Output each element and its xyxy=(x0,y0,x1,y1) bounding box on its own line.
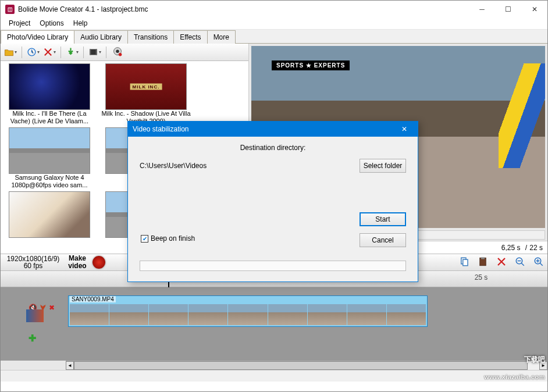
checkbox-icon: ✔ xyxy=(141,235,148,243)
add-track-button[interactable]: ✚ xyxy=(29,333,36,344)
window-title: Bolide Movie Creator 4.1 - lastproject.b… xyxy=(18,5,148,13)
video-track: 🔇 ⮟ ✖ SANY0009.MP4 xyxy=(1,291,547,325)
dialog-titlebar[interactable]: Video stabilization ✕ xyxy=(128,122,418,137)
minimize-button[interactable]: ─ xyxy=(469,1,495,18)
svg-rect-8 xyxy=(463,259,468,266)
library-item[interactable]: Milk Inc. - Shadow (Live At Villa Vanthi… xyxy=(99,63,193,126)
timeline-clip[interactable]: SANY0009.MP4 xyxy=(68,295,428,327)
zoom-out-button[interactable] xyxy=(515,256,525,269)
project-resolution: 1920x1080(16/9) 60 fps xyxy=(4,255,62,269)
beep-checkbox[interactable]: ✔ Beep on finish xyxy=(141,234,195,243)
menu-help[interactable]: Help xyxy=(69,18,92,29)
library-tabs: Photo/Video Library Audio Library Transi… xyxy=(1,30,547,44)
delete-button[interactable] xyxy=(43,46,56,59)
zoom-in-button[interactable] xyxy=(533,256,544,269)
cancel-button[interactable]: Cancel xyxy=(360,233,406,247)
progress-bar xyxy=(140,261,406,271)
start-button[interactable]: Start xyxy=(360,212,406,226)
download-button[interactable] xyxy=(66,46,79,59)
current-time: 6,25 s xyxy=(501,244,521,252)
video-stabilization-dialog: Video stabilization ✕ Destination direct… xyxy=(127,121,418,282)
svg-rect-2 xyxy=(90,49,91,55)
select-folder-button[interactable]: Select folder xyxy=(360,159,406,173)
tab-effects[interactable]: Effects xyxy=(173,30,207,44)
make-video-button[interactable]: Make video xyxy=(62,255,92,270)
total-time: 22 s xyxy=(529,244,543,252)
separator xyxy=(22,47,22,58)
clip-frames xyxy=(70,304,426,325)
maximize-button[interactable]: ☐ xyxy=(495,1,521,18)
paste-button[interactable] xyxy=(478,256,488,269)
window-titlebar: ◫ Bolide Movie Creator 4.1 - lastproject… xyxy=(1,1,547,18)
film-button[interactable] xyxy=(88,46,101,59)
thumbnail-image xyxy=(9,63,90,110)
separator xyxy=(106,47,106,58)
tab-transitions[interactable]: Transitions xyxy=(127,30,174,44)
status-bar xyxy=(1,370,547,382)
window-controls: ─ ☐ ✕ xyxy=(469,1,547,18)
watermark: 下载吧 www.xiazaiba.com xyxy=(484,346,545,386)
library-toolbar xyxy=(1,44,248,61)
app-icon: ◫ xyxy=(5,5,15,14)
separator xyxy=(83,47,84,58)
svg-point-6 xyxy=(119,52,122,56)
dialog-close-button[interactable]: ✕ xyxy=(396,125,413,133)
add-track-row: ✚ xyxy=(1,332,547,344)
scroll-left-button[interactable]: ◄ xyxy=(66,361,74,370)
menu-options[interactable]: Options xyxy=(35,18,68,29)
tab-audio[interactable]: Audio Library xyxy=(74,30,128,44)
thumbnail-caption: Milk Inc. - I'll Be There (La Vache) (Li… xyxy=(3,110,96,126)
svg-rect-3 xyxy=(96,49,97,55)
destination-label: Destination directory: xyxy=(140,144,406,152)
track-type-icon xyxy=(26,309,44,322)
delete-timeline-button[interactable] xyxy=(496,256,507,269)
timeline-tools xyxy=(459,256,544,269)
menu-bar: Project Options Help xyxy=(1,18,547,30)
svg-point-5 xyxy=(116,49,119,53)
close-button[interactable]: ✕ xyxy=(521,1,547,18)
library-item[interactable]: Milk Inc. - I'll Be There (La Vache) (Li… xyxy=(3,63,96,126)
svg-rect-10 xyxy=(481,257,485,259)
timeline: 5 s 10 s 15 s 20 s 25 s 🔇 ⮟ ✖ SANY0009.M… xyxy=(1,271,547,370)
add-media-button[interactable] xyxy=(4,46,17,59)
remove-track-icon[interactable]: ✖ xyxy=(49,304,55,312)
library-item[interactable]: Samsung Galaxy Note 4 1080p@60fps video … xyxy=(3,127,96,190)
timeline-scrollbar[interactable]: ◄ ► xyxy=(66,361,547,370)
webcam-button[interactable] xyxy=(111,46,124,59)
thumbnail-image xyxy=(9,127,90,174)
thumbnail-image xyxy=(9,191,90,238)
dialog-title: Video stabilization xyxy=(133,125,189,133)
timeline-body[interactable]: 🔇 ⮟ ✖ SANY0009.MP4 ✚ xyxy=(1,287,547,361)
destination-path: C:\Users\User\Videos xyxy=(140,162,360,170)
library-item[interactable] xyxy=(3,191,96,238)
separator xyxy=(61,47,61,58)
tab-photo-video[interactable]: Photo/Video Library xyxy=(1,30,74,44)
thumbnail-caption: Samsung Galaxy Note 4 1080p@60fps video … xyxy=(3,174,96,190)
clip-label: SANY0009.MP4 xyxy=(70,296,116,302)
record-button[interactable] xyxy=(92,256,105,269)
tab-more[interactable]: More xyxy=(207,30,236,44)
beep-label: Beep on finish xyxy=(151,234,195,243)
copy-button[interactable] xyxy=(459,256,469,269)
recent-button[interactable] xyxy=(27,46,40,59)
thumbnail-image xyxy=(105,63,187,110)
menu-project[interactable]: Project xyxy=(4,18,35,29)
